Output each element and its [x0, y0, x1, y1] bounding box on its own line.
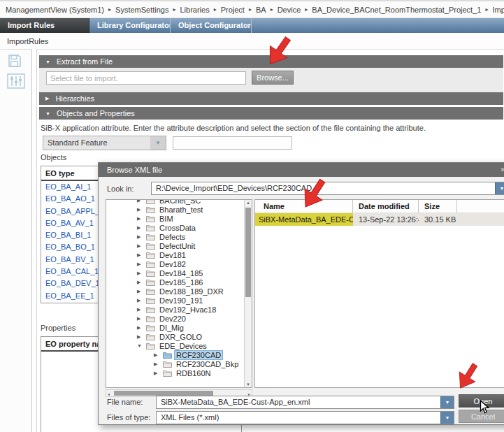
look-in-combo[interactable]: R:\Device_Import\EDE_Devices\RCF230CAD ▼ [151, 182, 504, 195]
chevron-down-icon[interactable]: ▼ [150, 136, 166, 150]
tree-item[interactable]: ▶ RCF230CAD [106, 350, 243, 359]
filter-settings-icon[interactable] [7, 73, 25, 90]
dialog-titlebar[interactable]: Browse XML file ✕ [99, 163, 504, 177]
tree-item[interactable]: ▶ Bharath_test [106, 205, 243, 214]
expander-icon[interactable]: ▶ [154, 352, 163, 358]
tree-item[interactable]: ▶ RCF230CAD_Bkp [106, 359, 243, 368]
tree-vertical-scrollbar[interactable]: ▲ ▼ [244, 200, 252, 387]
expander-icon[interactable]: ▶ [137, 316, 146, 322]
chevron-down-icon[interactable]: ▼ [495, 182, 504, 195]
column-header-date-modified[interactable]: Date modified [353, 200, 419, 213]
folder-tree-list: ▶ BACnet_SC ▶ [106, 199, 243, 377]
browse-button[interactable]: Browse... [252, 71, 294, 85]
save-icon[interactable] [7, 54, 25, 71]
properties-label: Properties [41, 324, 75, 332]
expander-icon[interactable]: ▶ [137, 334, 146, 340]
expander-icon[interactable]: ▶ [137, 207, 146, 213]
tree-item[interactable]: ▶ DefectUnit [106, 241, 243, 250]
expander-icon[interactable]: ▶ [154, 361, 163, 367]
chevron-down-icon[interactable]: ▼ [440, 396, 454, 409]
tab[interactable]: Library Configurator [89, 18, 171, 33]
breadcrumb-item[interactable]: Device [278, 6, 301, 14]
expander-icon[interactable]: ▶ [137, 298, 146, 303]
tree-item[interactable]: ▶ Dev185_186 [106, 278, 243, 287]
expander-icon[interactable]: ▶ [154, 370, 163, 376]
file-row[interactable]: SiBX-MetaData_BA_EDE-Cus... 13-Sep-22 13… [255, 213, 504, 226]
folder-icon [146, 243, 157, 250]
import-file-input[interactable] [46, 71, 246, 85]
expander-icon[interactable]: ▶ [137, 252, 146, 258]
scroll-left-icon[interactable]: ◂ [108, 391, 110, 396]
attribute-input[interactable] [173, 136, 292, 150]
column-header-size[interactable]: Size [419, 200, 457, 213]
expander-icon[interactable]: ▶ [137, 280, 146, 285]
tree-item[interactable]: ▶ Dev220 [106, 314, 243, 323]
open-button[interactable]: Open [459, 394, 504, 408]
folder-icon [163, 352, 174, 359]
tree-item[interactable]: ▶ Dev192_Hvac18 [106, 305, 243, 314]
feature-select[interactable]: Standard Feature ▼ [43, 136, 166, 150]
expander-icon[interactable]: ▶ [137, 261, 146, 267]
tree-item[interactable]: ▶ Dev188_189_DXR [106, 287, 243, 296]
close-icon[interactable]: ✕ [500, 163, 504, 177]
expander-icon[interactable]: ▶ [137, 243, 146, 249]
breadcrumb-item[interactable]: Libraries [180, 6, 209, 14]
folder-icon [163, 361, 174, 368]
tree-item[interactable]: ▶ Defects [106, 232, 243, 241]
expander-icon[interactable]: ▶ [137, 289, 146, 294]
tree-item-label: DXR_GOLO [157, 333, 204, 341]
expander-icon[interactable]: ▶ [137, 325, 146, 331]
tree-item[interactable]: ▶ Dev181 [106, 250, 243, 259]
breadcrumb-item[interactable]: BA_Device_BACnet_RoomThermostat_Project_… [312, 6, 481, 14]
tree-item-label: EDE_Devices [157, 342, 209, 350]
tab[interactable]: Object Configurator [171, 18, 252, 33]
file-name-combo[interactable]: SiBX-MetaData_BA_EDE-Cust-App_en.xml ▼ [156, 396, 454, 409]
breadcrumb-item[interactable]: ImportRules [492, 6, 504, 14]
tree-item-label: RDB160N [174, 369, 213, 377]
section-extract-from-file[interactable]: ▼ Extract from File [39, 55, 503, 68]
expander-icon[interactable]: ▼ [137, 343, 146, 348]
tree-item[interactable]: ▶ CrossData [106, 223, 243, 232]
expander-icon[interactable]: ▶ [137, 234, 146, 240]
tree-item[interactable]: ▶ DI_Mig [106, 323, 243, 332]
folder-icon [146, 252, 157, 259]
section-hierarchies[interactable]: ▶ Hierarchies [39, 92, 503, 105]
folder-icon [146, 215, 157, 222]
chevron-down-icon[interactable]: ▼ [440, 411, 454, 424]
tree-item-label: BIM [157, 215, 175, 223]
folder-icon [146, 199, 157, 204]
scroll-up-icon[interactable]: ▲ [245, 201, 252, 205]
file-date-cell: 13-Sep-22 13:26:43 [353, 213, 419, 226]
expander-icon[interactable]: ▶ [137, 271, 146, 276]
breadcrumb-item[interactable]: ManagementView (System1) [6, 6, 104, 14]
tree-item[interactable]: ▶ DXR_GOLO [106, 332, 243, 341]
scrollbar-thumb[interactable] [245, 208, 251, 297]
breadcrumb-separator-icon: ▸ [305, 6, 308, 13]
tree-item[interactable]: ▶ RDB160N [106, 368, 243, 377]
folder-icon [146, 306, 157, 313]
breadcrumb-item[interactable]: Project [221, 6, 245, 14]
column-header-name[interactable]: Name [255, 200, 353, 213]
expander-icon[interactable]: ▶ [137, 225, 146, 231]
tree-item[interactable]: ▶ BIM [106, 214, 243, 223]
breadcrumb-item[interactable]: BA [256, 6, 266, 14]
tree-item[interactable]: ▶ BACnet_SC [106, 199, 243, 205]
tree-item[interactable]: ▼ EDE_Devices [106, 341, 243, 350]
breadcrumb-item[interactable]: SystemSettings [115, 6, 168, 14]
scroll-down-icon[interactable]: ▼ [245, 382, 252, 387]
expander-icon[interactable]: ▶ [137, 307, 146, 312]
tree-item[interactable]: ▶ Dev190_191 [106, 296, 243, 305]
tab[interactable]: Import Rules [0, 18, 89, 33]
section-objects-and-properties[interactable]: ▼ Objects and Properties [39, 107, 503, 120]
file-rows: SiBX-MetaData_BA_EDE-Cus... 13-Sep-22 13… [255, 213, 504, 226]
tree-item-label: RCF230CAD [174, 350, 223, 360]
files-of-type-combo[interactable]: XML Files (*.xml) ▼ [156, 411, 454, 424]
tree-item[interactable]: ▶ Dev184_185 [106, 268, 243, 278]
expander-icon[interactable]: ▶ [137, 199, 146, 203]
tree-item[interactable]: ▶ Dev182 [106, 259, 243, 268]
file-name-cell[interactable]: SiBX-MetaData_BA_EDE-Cus... [255, 213, 353, 226]
scrollbar-thumb[interactable] [114, 391, 213, 396]
cancel-button[interactable]: Cancel [459, 410, 504, 423]
expander-icon[interactable]: ▶ [137, 216, 146, 222]
objects-label: Objects [41, 153, 66, 161]
